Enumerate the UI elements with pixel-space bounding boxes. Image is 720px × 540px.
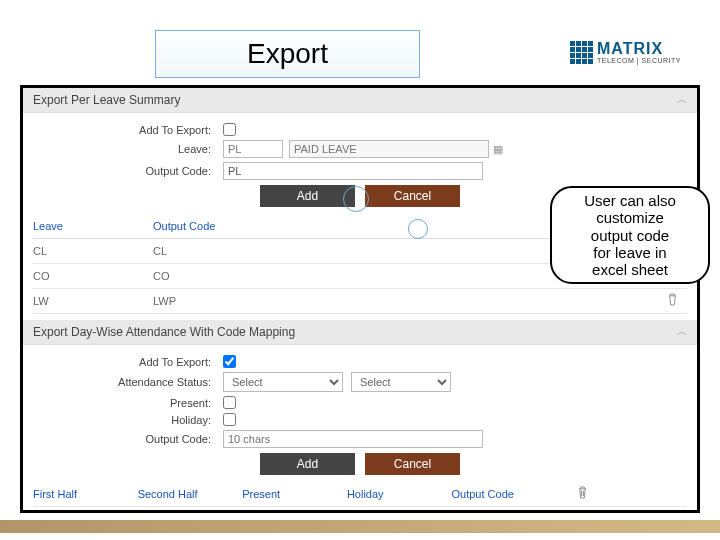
output-code-input[interactable]: [223, 162, 483, 180]
delete-header-icon-2[interactable]: [577, 488, 588, 502]
panel1-title: Export Per Leave Summary: [33, 93, 180, 107]
holiday-label: Holiday:: [23, 414, 223, 426]
col-leave: Leave: [33, 220, 153, 232]
leave-desc-input: [289, 140, 489, 158]
panel1-header[interactable]: Export Per Leave Summary ︿: [23, 88, 697, 113]
add-button-2[interactable]: Add: [260, 453, 355, 475]
col-holiday: Holiday: [347, 488, 452, 500]
footer-strip: [0, 520, 720, 533]
delete-row-icon[interactable]: [667, 295, 678, 309]
col-second-half: Second Half: [138, 488, 243, 500]
leave-lookup-icon[interactable]: ▦: [489, 140, 507, 158]
collapse-icon[interactable]: ︿: [677, 93, 687, 107]
attendance-status-select-2[interactable]: Select: [351, 372, 451, 392]
page-title: Export: [155, 30, 420, 78]
title-text: Export: [247, 38, 328, 70]
cell-leave: LW: [33, 295, 153, 307]
cancel-button[interactable]: Cancel: [365, 185, 460, 207]
col-first-half: First Half: [33, 488, 138, 500]
table-row: PR PR - No PR: [33, 507, 687, 513]
callout-line: customize: [554, 209, 706, 226]
col-output-code-2: Output Code: [452, 488, 557, 500]
logo-grid-icon: [570, 41, 593, 64]
panel2-title: Export Day-Wise Attendance With Code Map…: [33, 325, 295, 339]
attendance-status-select-1[interactable]: Select: [223, 372, 343, 392]
output-code-input-2[interactable]: [223, 430, 483, 448]
collapse-icon[interactable]: ︿: [677, 325, 687, 339]
col-present: Present: [242, 488, 347, 500]
callout-line: User can also: [554, 192, 706, 209]
callout-line: output code: [554, 227, 706, 244]
logo-name: MATRIX: [597, 41, 681, 57]
panel-export-daywise: Export Day-Wise Attendance With Code Map…: [23, 320, 697, 513]
attendance-table: First Half Second Half Present Holiday O…: [23, 482, 697, 513]
leave-code-input[interactable]: [223, 140, 283, 158]
brand-logo: MATRIX TELECOM | SECURITY: [570, 33, 700, 71]
leave-label: Leave:: [23, 143, 223, 155]
cell-code: LWP: [153, 295, 657, 307]
callout-line: for leave in: [554, 244, 706, 261]
annotation-circle: [343, 186, 369, 212]
present-label: Present:: [23, 397, 223, 409]
logo-tag: TELECOM | SECURITY: [597, 57, 681, 64]
cell-leave: CL: [33, 245, 153, 257]
add-to-export-checkbox-2[interactable]: [223, 355, 236, 368]
panel2-header[interactable]: Export Day-Wise Attendance With Code Map…: [23, 320, 697, 345]
app-frame: Export Per Leave Summary ︿ Add To Export…: [20, 85, 700, 513]
holiday-checkbox[interactable]: [223, 413, 236, 426]
present-checkbox[interactable]: [223, 396, 236, 409]
add-to-export-label-2: Add To Export:: [23, 356, 223, 368]
cell-leave: CO: [33, 270, 153, 282]
output-code-label-2: Output Code:: [23, 433, 223, 445]
output-code-label: Output Code:: [23, 165, 223, 177]
callout-bubble: User can also customize output code for …: [550, 186, 710, 284]
add-button[interactable]: Add: [260, 185, 355, 207]
callout-line: excel sheet: [554, 261, 706, 278]
table-row: LW LWP: [33, 289, 687, 314]
add-to-export-checkbox[interactable]: [223, 123, 236, 136]
cancel-button-2[interactable]: Cancel: [365, 453, 460, 475]
add-to-export-label: Add To Export:: [23, 124, 223, 136]
attendance-status-label: Attendance Status:: [23, 376, 223, 388]
annotation-circle: [408, 219, 428, 239]
logo-text: MATRIX TELECOM | SECURITY: [597, 41, 681, 64]
